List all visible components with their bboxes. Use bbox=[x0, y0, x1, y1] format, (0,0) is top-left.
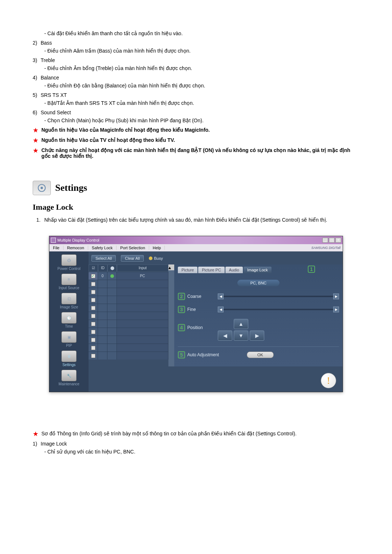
position-row: 4Position ▲ ◀ ▼ ▶ bbox=[178, 319, 339, 341]
star-icon: ★ bbox=[33, 431, 38, 437]
sidebar-label: Image Size bbox=[51, 305, 87, 309]
row-input: PC bbox=[117, 272, 168, 280]
row-checkbox[interactable] bbox=[91, 282, 95, 286]
toolbar: Select All Clear All Busy bbox=[89, 251, 343, 264]
select-all-button[interactable]: Select All bbox=[91, 255, 116, 262]
list-item-desc: - Chọn Chính (Main) hoặc Phụ (Sub) khi m… bbox=[44, 118, 359, 123]
instruction-text: Nhấp vào Cài đặt (Settings) trên các biể… bbox=[44, 217, 327, 223]
list-title: Balance bbox=[41, 75, 59, 81]
menu-port-selection[interactable]: Port Selection bbox=[117, 246, 149, 250]
instruction-item: 1. Nhấp vào Cài đặt (Settings) trên các … bbox=[36, 217, 359, 223]
ordered-list: - Cài đặt Điều khiển âm thanh cho tất cả… bbox=[33, 30, 359, 123]
slider-left-button[interactable]: ◀ bbox=[218, 294, 224, 299]
tab-image-lock[interactable]: Image Lock bbox=[244, 267, 271, 273]
section-header: Settings bbox=[33, 181, 359, 195]
list-num: 4) bbox=[33, 75, 41, 81]
sidebar-item-input[interactable]: ⎘Input Source bbox=[51, 274, 87, 290]
note-item: ★Nguồn tín hiệu Vào của MagicInfo chỉ ho… bbox=[33, 127, 359, 134]
subsection-title: Image Lock bbox=[33, 202, 359, 212]
position-up-button[interactable]: ▲ bbox=[234, 319, 248, 329]
slider-left-button[interactable]: ◀ bbox=[218, 307, 224, 312]
auto-adjust-row: 5Auto Adjustment OK bbox=[178, 346, 339, 358]
callout-2: 2 bbox=[178, 293, 185, 300]
sidebar-item-pip[interactable]: ▣PIP bbox=[51, 331, 87, 348]
sidebar-item-power[interactable]: ⏻Power Control bbox=[51, 254, 87, 271]
scroll-thumb[interactable]: ▴ bbox=[168, 264, 174, 270]
list-num: 5) bbox=[33, 92, 41, 98]
note-text: Chức năng này chỉ hoạt động với các màn … bbox=[41, 147, 359, 159]
row-checkbox[interactable] bbox=[91, 314, 95, 318]
tab-audio[interactable]: Audio bbox=[225, 267, 243, 273]
list-item: 1)Image Lock bbox=[33, 441, 359, 447]
row-checkbox[interactable] bbox=[91, 290, 95, 294]
list-item: 6)Sound Select bbox=[33, 110, 359, 115]
slider-right-button[interactable]: ▶ bbox=[333, 307, 339, 312]
tab-picture[interactable]: Picture bbox=[178, 267, 197, 273]
grid-header-input: Input bbox=[117, 264, 168, 272]
position-left-button[interactable]: ◀ bbox=[218, 331, 232, 341]
menubar: File Remocon Safety Lock Port Selection … bbox=[49, 244, 343, 251]
position-down-button[interactable]: ▼ bbox=[234, 331, 248, 341]
list-num: 1) bbox=[33, 441, 41, 447]
callout-1: 1 bbox=[308, 266, 315, 273]
slider-right-button[interactable]: ▶ bbox=[333, 294, 339, 299]
list-item-desc: - Điều chỉnh Độ cân bằng (Balance) của m… bbox=[44, 83, 359, 89]
sidebar: ⏻Power Control ⎘Input Source ◱Image Size… bbox=[49, 251, 89, 392]
menu-remocon[interactable]: Remocon bbox=[64, 246, 88, 250]
ok-button[interactable]: OK bbox=[247, 352, 274, 358]
list-title: SRS TS XT bbox=[41, 92, 67, 98]
row-checkbox[interactable] bbox=[91, 298, 95, 302]
list-item: 4)Balance bbox=[33, 75, 359, 81]
list-num: 6) bbox=[33, 110, 41, 115]
grid-row[interactable]: 0 PC bbox=[89, 272, 168, 280]
list-item-desc: - Điều chỉnh Âm bổng (Treble) của màn hì… bbox=[44, 65, 359, 71]
fine-slider[interactable]: ◀▶ bbox=[218, 309, 339, 310]
scrollbar[interactable]: ▴ bbox=[168, 264, 174, 366]
row-checkbox[interactable] bbox=[91, 338, 95, 342]
position-right-button[interactable]: ▶ bbox=[250, 331, 264, 341]
row-checkbox[interactable] bbox=[91, 274, 95, 278]
list-item: 2)Bass bbox=[33, 40, 359, 46]
minimize-button[interactable]: _ bbox=[322, 238, 328, 243]
sidebar-label: Power Control bbox=[51, 267, 87, 271]
clear-all-button[interactable]: Clear All bbox=[121, 255, 144, 262]
menu-help[interactable]: Help bbox=[149, 246, 165, 250]
row-checkbox[interactable] bbox=[91, 330, 95, 334]
sidebar-label: PIP bbox=[51, 344, 87, 348]
status-dot-icon bbox=[110, 274, 114, 278]
close-button[interactable]: × bbox=[335, 238, 341, 243]
menu-safety-lock[interactable]: Safety Lock bbox=[88, 246, 117, 250]
note-text: Sơ đồ Thông tin (Info Grid) sẽ trình bày… bbox=[41, 431, 297, 437]
sidebar-item-image-size[interactable]: ◱Image Size bbox=[51, 293, 87, 309]
list-num: 3) bbox=[33, 57, 41, 63]
sidebar-item-time[interactable]: 🕒Time bbox=[51, 312, 87, 328]
section-title: Settings bbox=[55, 182, 87, 193]
sidebar-item-settings[interactable]: ⚙Settings bbox=[51, 350, 87, 367]
list-item-desc: - Điều chỉnh Aâm trầm (Bass) của màn hìn… bbox=[44, 48, 359, 54]
coarse-row: 2Coarse ◀▶ bbox=[178, 293, 339, 300]
instruction-num: 1. bbox=[36, 217, 43, 223]
note-item: ★Sơ đồ Thông tin (Info Grid) sẽ trình bà… bbox=[33, 431, 359, 437]
coarse-label: Coarse bbox=[187, 294, 201, 299]
busy-indicator: Busy bbox=[149, 256, 163, 260]
callout-4: 4 bbox=[178, 324, 185, 331]
maximize-button[interactable]: □ bbox=[329, 238, 335, 243]
sidebar-item-maintenance[interactable]: 🔧Maintenance bbox=[51, 370, 87, 386]
sidebar-label: Input Source bbox=[51, 286, 87, 290]
window-title: Multiple Display Control bbox=[57, 238, 99, 242]
coarse-slider[interactable]: ◀▶ bbox=[218, 296, 339, 297]
row-checkbox[interactable] bbox=[91, 346, 95, 350]
grid-header-check[interactable]: ☑ bbox=[89, 264, 98, 272]
help-icon[interactable]: ! bbox=[321, 373, 336, 388]
menu-file[interactable]: File bbox=[49, 246, 64, 250]
row-checkbox[interactable] bbox=[91, 306, 95, 310]
row-checkbox[interactable] bbox=[91, 354, 95, 358]
screenshot-window: Multiple Display Control _ □ × File Remo… bbox=[49, 236, 343, 392]
settings-icon bbox=[33, 181, 51, 195]
star-icon: ★ bbox=[33, 147, 38, 159]
row-checkbox[interactable] bbox=[91, 322, 95, 326]
list-item-desc: - Chỉ sử dụng với các tín hiệu PC, BNC. bbox=[44, 449, 359, 455]
tab-picture-pc[interactable]: Picture PC bbox=[198, 267, 225, 273]
footer: ! bbox=[89, 366, 343, 392]
note-text: Nguồn tín hiệu Vào của TV chỉ hoạt động … bbox=[41, 137, 175, 144]
